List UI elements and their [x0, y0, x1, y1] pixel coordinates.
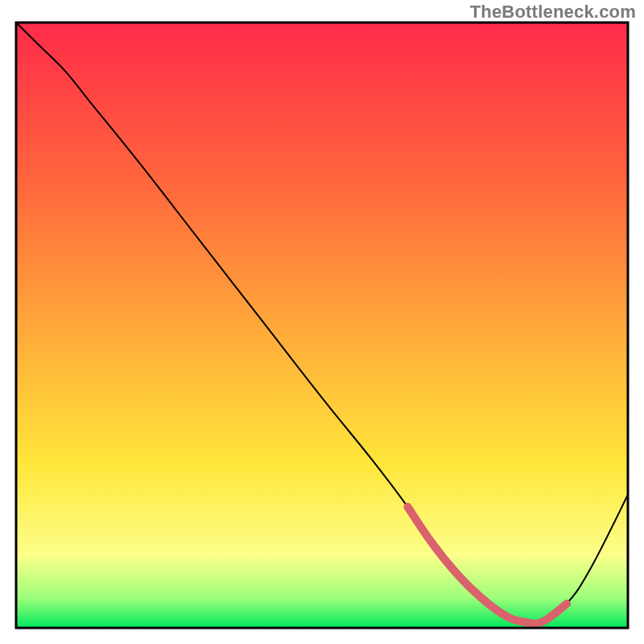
gradient-plot-area	[16, 23, 628, 628]
bottleneck-chart	[0, 0, 644, 644]
